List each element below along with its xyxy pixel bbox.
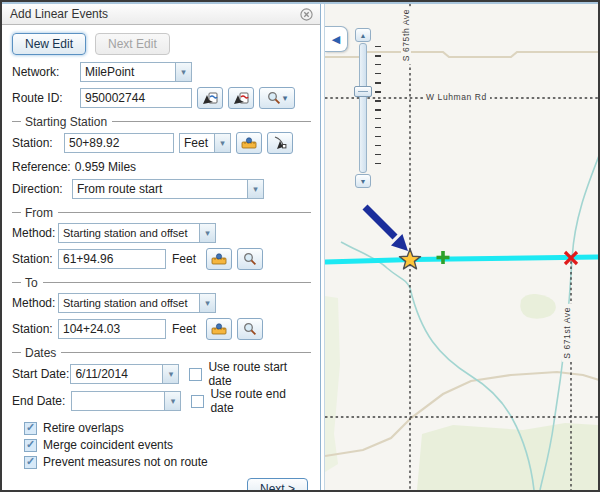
new-edit-button[interactable]: New Edit xyxy=(12,33,86,55)
from-method-select[interactable]: Starting station and offset ▾ xyxy=(58,223,216,243)
add-linear-events-panel: Add Linear Events New Edit Next Edit Net… xyxy=(2,4,321,490)
route-id-value: 950002744 xyxy=(85,91,145,105)
network-value: MilePoint xyxy=(81,63,175,81)
from-station-input[interactable]: 61+94.96 xyxy=(58,249,166,269)
magnifier-icon xyxy=(267,91,281,105)
to-station-input[interactable]: 104+24.03 xyxy=(58,319,166,339)
use-route-start-date-label: Use route start date xyxy=(208,360,311,388)
from-units-label: Feet xyxy=(172,252,196,266)
to-method-select[interactable]: Starting station and offset ▾ xyxy=(58,293,216,313)
panel-body: New Edit Next Edit Network: MilePoint ▾ … xyxy=(2,25,320,492)
clear-route-selection-button[interactable] xyxy=(228,87,254,109)
from-station-label: Station: xyxy=(12,252,58,266)
starting-station-value: 50+89.92 xyxy=(69,136,119,150)
panel-collapse-tab[interactable]: ◀ xyxy=(325,26,348,52)
chevron-down-icon[interactable]: ▾ xyxy=(199,224,215,242)
from-section-header: From xyxy=(12,206,311,219)
zoom-out-button[interactable]: ▼ xyxy=(355,174,371,188)
direction-value: From route start xyxy=(73,180,247,198)
plus-marker xyxy=(437,251,450,264)
select-station-on-map-button[interactable] xyxy=(267,132,293,154)
road-label-vertical-right: S 671st Ave xyxy=(562,304,572,362)
from-station-value: 61+94.96 xyxy=(63,252,113,266)
chevron-down-icon[interactable]: ▾ xyxy=(247,180,263,198)
pick-measure-button[interactable] xyxy=(236,132,262,154)
chevron-down-icon[interactable]: ▾ xyxy=(175,63,191,81)
panel-title: Add Linear Events xyxy=(10,7,108,21)
network-select[interactable]: MilePoint ▾ xyxy=(80,62,192,82)
station-label: Station: xyxy=(12,136,64,150)
start-date-select[interactable]: 6/11/2014 ▾ xyxy=(70,364,179,384)
select-route-on-map-button[interactable] xyxy=(197,87,223,109)
to-station-value: 104+24.03 xyxy=(63,322,120,336)
window-top-accent xyxy=(2,2,598,4)
route-id-label: Route ID: xyxy=(12,91,80,105)
units-select[interactable]: Feet ▾ xyxy=(179,133,231,153)
zoom-slider-handle[interactable] xyxy=(354,86,372,97)
zoom-slider-track[interactable] xyxy=(359,43,367,173)
units-value: Feet xyxy=(180,134,214,152)
zoom-in-button[interactable]: ▲ xyxy=(355,28,371,42)
chevron-down-icon[interactable]: ▾ xyxy=(162,365,178,383)
from-pick-measure-button[interactable] xyxy=(206,248,232,270)
to-zoom-to-button[interactable] xyxy=(237,318,263,340)
from-method-value: Starting station and offset xyxy=(59,224,199,242)
dates-section-header: Dates xyxy=(12,346,311,359)
zoom-slider-ticks xyxy=(375,46,381,172)
dates-legend: Dates xyxy=(25,346,56,360)
end-date-select[interactable]: ▾ xyxy=(71,391,181,411)
reference-value: 0.959 Miles xyxy=(75,160,136,174)
start-date-label: Start Date: xyxy=(12,367,70,381)
arrow-annotation xyxy=(365,207,408,251)
merge-coincident-events-checkbox[interactable] xyxy=(24,439,37,452)
merge-coincident-events-label: Merge coincident events xyxy=(43,438,173,452)
from-method-label: Method: xyxy=(12,226,58,240)
end-date-value xyxy=(72,392,164,410)
to-pick-measure-button[interactable] xyxy=(206,318,232,340)
road-label-horizontal: W Luhman Rd xyxy=(423,92,490,102)
app-window: Add Linear Events New Edit Next Edit Net… xyxy=(0,0,600,492)
prevent-measures-checkbox[interactable] xyxy=(24,456,37,469)
starting-station-input[interactable]: 50+89.92 xyxy=(64,133,174,153)
from-zoom-to-button[interactable] xyxy=(237,248,263,270)
use-route-start-date-checkbox[interactable] xyxy=(189,368,202,381)
collapse-left-icon: ◀ xyxy=(332,34,340,45)
map-canvas[interactable]: W Luhman Rd S 675th Ave S 671st Ave ◀ ▲ … xyxy=(324,4,598,490)
direction-select[interactable]: From route start ▾ xyxy=(72,179,264,199)
retire-overlaps-checkbox[interactable] xyxy=(24,422,37,435)
to-section-header: To xyxy=(12,276,311,289)
to-units-label: Feet xyxy=(172,322,196,336)
next-edit-button: Next Edit xyxy=(95,33,170,55)
ruler-measure-icon xyxy=(211,323,227,336)
pointer-node-icon xyxy=(273,136,288,150)
end-date-label: End Date: xyxy=(12,394,71,408)
start-date-value: 6/11/2014 xyxy=(71,365,162,383)
panel-header: Add Linear Events xyxy=(2,4,320,25)
prevent-measures-label: Prevent measures not on route xyxy=(43,455,208,469)
starting-station-section-header: Starting Station xyxy=(12,115,311,128)
route-zoom-menu-button[interactable]: ▾ xyxy=(259,87,295,109)
route-highlight-line xyxy=(325,257,598,262)
land-patches xyxy=(325,294,598,490)
close-icon[interactable] xyxy=(300,8,313,21)
road-label-vertical-left: S 675th Ave xyxy=(401,6,411,64)
retire-overlaps-label: Retire overlaps xyxy=(43,421,124,435)
use-route-end-date-label: Use route end date xyxy=(210,387,311,415)
to-station-label: Station: xyxy=(12,322,58,336)
chevron-down-icon[interactable]: ▾ xyxy=(214,134,230,152)
ruler-measure-icon xyxy=(211,253,227,266)
chevron-down-icon[interactable]: ▾ xyxy=(199,294,215,312)
to-method-label: Method: xyxy=(12,296,58,310)
to-legend: To xyxy=(25,276,38,290)
use-route-end-date-checkbox[interactable] xyxy=(191,395,204,408)
next-button[interactable]: Next > xyxy=(247,478,308,492)
clear-route-icon xyxy=(233,91,249,106)
ruler-measure-icon xyxy=(241,137,257,150)
select-route-icon xyxy=(202,91,218,106)
to-method-value: Starting station and offset xyxy=(59,294,199,312)
reference-label: Reference: xyxy=(12,160,71,174)
magnifier-icon xyxy=(243,322,257,336)
route-id-input[interactable]: 950002744 xyxy=(80,88,192,108)
direction-label: Direction: xyxy=(12,182,72,196)
chevron-down-icon[interactable]: ▾ xyxy=(164,392,180,410)
